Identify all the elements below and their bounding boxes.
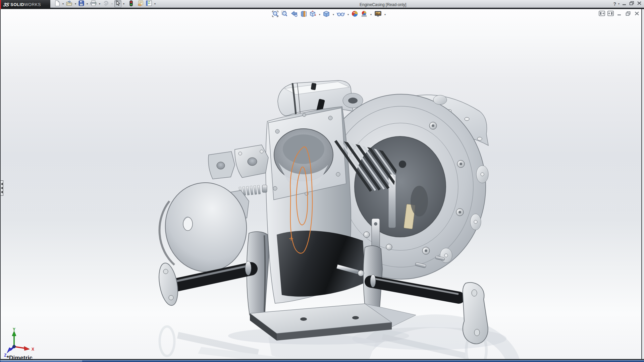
select-cursor-icon	[115, 0, 120, 7]
help-dropdown-arrow[interactable]: ▾	[618, 2, 620, 5]
save-icon	[78, 0, 84, 7]
close-document-button[interactable]	[634, 11, 640, 16]
select-tool-button[interactable]	[114, 0, 121, 7]
brand-works: WORKS	[24, 2, 41, 7]
open-dropdown-arrow[interactable]: ▾	[74, 2, 77, 5]
view-settings-button[interactable]	[374, 10, 382, 18]
print-icon	[90, 0, 97, 7]
display-style-icon	[323, 10, 330, 19]
collapse-arrow-icon	[1, 183, 3, 185]
edit-appearance-button[interactable]	[351, 10, 359, 18]
apply-scene-dropdown-arrow[interactable]: ▾	[369, 13, 373, 16]
new-document-button[interactable]	[54, 0, 61, 7]
zoom-to-area-icon	[281, 10, 288, 19]
taskbar-button-fragment	[1, 360, 82, 362]
restore-document-button[interactable]	[625, 11, 631, 16]
new-dropdown-arrow[interactable]: ▾	[61, 2, 65, 5]
show-right-pane-button[interactable]	[607, 11, 614, 16]
hide-show-items-button[interactable]	[336, 10, 345, 18]
collapse-arrow-icon	[1, 191, 3, 193]
crankcase-bottom[interactable]	[277, 231, 366, 297]
file-properties-icon	[138, 0, 144, 7]
select-dropdown-arrow[interactable]: ▾	[122, 2, 125, 5]
options-button[interactable]	[145, 0, 153, 7]
open-icon	[66, 0, 72, 7]
model-engine-casing[interactable]	[0, 9, 644, 359]
section-view-button[interactable]	[300, 10, 308, 18]
window-left-border	[0, 9, 1, 359]
document-title: EngineCasing [Read-only]	[360, 2, 406, 7]
logo-red-edge	[0, 0, 1, 9]
options-icon	[146, 0, 152, 7]
solidworks-logo[interactable]: 3S SOLIDWORKS	[0, 0, 50, 9]
save-dropdown-arrow[interactable]: ▾	[86, 2, 89, 5]
previous-view-icon	[290, 10, 298, 18]
triad-y-label: Y	[13, 328, 15, 332]
standard-toolbar: ▾ ▾ ▾ ▾	[54, 0, 157, 8]
triad-x-label: X	[32, 347, 34, 352]
solidworks-window: 3S SOLIDWORKS ▸ ▾ ▾	[0, 0, 644, 362]
feature-tree-collapsed-tab[interactable]	[0, 180, 3, 196]
minimize-window-button[interactable]	[622, 1, 627, 7]
section-view-icon	[300, 10, 307, 19]
triad-y-axis[interactable]: Y	[12, 328, 16, 347]
minimize-document-button[interactable]	[616, 11, 623, 16]
triad-x-axis[interactable]: X	[14, 347, 34, 352]
view-settings-dropdown-arrow[interactable]: ▾	[383, 13, 387, 16]
options-dropdown-arrow[interactable]: ▾	[153, 2, 157, 5]
triad-origin	[13, 345, 16, 348]
zoom-to-fit-button[interactable]	[271, 10, 279, 18]
previous-view-button[interactable]	[290, 10, 299, 18]
view-settings-icon	[374, 11, 382, 18]
orientation-triad[interactable]: Y X Z	[2, 328, 37, 359]
graphics-area[interactable]: ▾ ▾ ▾ ▾	[0, 9, 644, 359]
undo-button[interactable]	[102, 0, 110, 7]
zoom-to-fit-icon	[272, 10, 279, 19]
ds-3s-logo-icon: 3S	[3, 2, 9, 7]
new-document-icon	[54, 0, 60, 8]
view-orientation-dropdown-arrow[interactable]: ▾	[318, 13, 321, 16]
view-orientation-icon	[309, 10, 316, 19]
rebuild-button[interactable]	[129, 0, 133, 7]
headsup-view-toolbar: ▾ ▾ ▾ ▾	[271, 10, 387, 19]
window-controls: ? ▾	[613, 0, 642, 8]
brand-solid: SOLID	[10, 2, 24, 7]
print-dropdown-arrow[interactable]: ▾	[98, 2, 101, 5]
show-left-pane-button[interactable]	[599, 11, 605, 16]
collapse-arrow-icon	[1, 187, 3, 189]
apply-scene-button[interactable]	[360, 10, 368, 18]
display-style-button[interactable]	[322, 10, 331, 18]
save-button[interactable]	[78, 0, 85, 7]
help-button[interactable]: ?	[613, 1, 616, 7]
titlebar: 3S SOLIDWORKS ▸ ▾ ▾	[0, 0, 644, 9]
window-right-border	[641, 9, 644, 359]
undo-dropdown-arrow[interactable]: ▾	[110, 2, 114, 5]
open-button[interactable]	[65, 0, 73, 7]
edit-appearance-icon	[352, 10, 358, 18]
menu-flyout-arrow-icon[interactable]: ▸	[47, 3, 48, 6]
triad-z-label: Z	[4, 353, 6, 358]
apply-scene-icon	[361, 10, 368, 18]
rebuild-traffic-light-icon	[129, 0, 133, 8]
zoom-to-area-button[interactable]	[280, 10, 289, 18]
restore-window-button[interactable]	[629, 1, 635, 7]
close-window-button[interactable]	[637, 1, 642, 7]
hide-show-items-icon	[337, 11, 345, 18]
undo-icon	[103, 0, 109, 7]
view-orientation-button[interactable]	[309, 10, 317, 18]
file-properties-button[interactable]	[137, 0, 145, 7]
print-button[interactable]	[90, 0, 97, 7]
display-style-dropdown-arrow[interactable]: ▾	[332, 13, 335, 16]
taskbar-sliver	[0, 359, 644, 362]
hide-show-dropdown-arrow[interactable]: ▾	[346, 13, 350, 16]
document-window-controls	[599, 11, 640, 16]
